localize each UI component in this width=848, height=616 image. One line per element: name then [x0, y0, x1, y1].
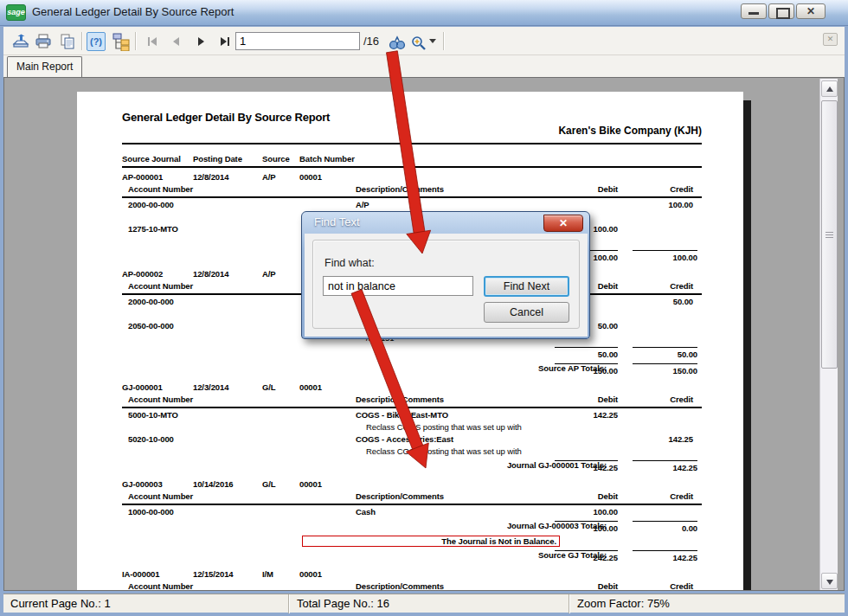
export-icon [12, 33, 29, 50]
credit-amount: 50.00 [622, 297, 693, 306]
window-title: General Ledger Detail By Source Report [32, 5, 234, 18]
zoom-icon [410, 35, 427, 51]
report-title: General Ledger Detail By Source Report [122, 111, 743, 124]
group-tree-button[interactable] [111, 31, 132, 52]
report-line-total: Source AP Totals:150.00150.00 [77, 363, 743, 378]
next-page-button[interactable] [190, 31, 211, 52]
total-debit: 50.00 [555, 347, 618, 359]
dialog-close-button[interactable]: ✕ [543, 215, 583, 232]
next-page-icon [196, 36, 206, 47]
debit-amount: 100.00 [544, 507, 618, 517]
minimize-button[interactable] [741, 3, 767, 19]
find-what-input[interactable] [323, 276, 473, 296]
source-journal: IA-000001 [122, 569, 159, 579]
source-journal: GJ-000001 [122, 382, 163, 392]
credit-header: Credit [622, 184, 693, 194]
maximize-button[interactable] [768, 3, 794, 19]
credit-amount: 100.00 [622, 200, 693, 209]
prev-page-button[interactable] [166, 31, 187, 52]
account-number: 2050-00-000 [128, 321, 174, 330]
account-number-header: Account Number [128, 491, 193, 501]
debit-header: Debit [544, 184, 618, 194]
first-page-button[interactable] [142, 31, 163, 52]
dialog-title: Find Text [314, 215, 360, 228]
report-line-section: GJ-00000112/3/2014G/L00001 [77, 382, 743, 395]
report-line-total: Journal GJ-000001 Totals:142.25142.25 [77, 460, 743, 475]
batch-number: 00001 [299, 479, 322, 489]
report-page: General Ledger Detail By Source Report K… [77, 92, 743, 591]
account-number-header: Account Number [128, 395, 193, 404]
report-line-total: 50.0050.00 [77, 347, 743, 362]
status-bar: Current Page No.: 1 Total Page No.: 16 Z… [3, 594, 845, 613]
credit-header: Credit [622, 491, 693, 501]
page-number-input[interactable] [235, 32, 360, 50]
total-credit: 0.00 [633, 521, 697, 533]
scrollbar-thumb[interactable] [821, 100, 838, 369]
account-number-header: Account Number [128, 184, 193, 194]
report-line-entry: 5020-10-000COGS - Accessories:East142.25 [77, 434, 743, 446]
debit-header: Debit [544, 581, 618, 591]
description: COGS - Accessories:East [356, 434, 453, 444]
source-journal: GJ-000003 [122, 479, 163, 489]
status-total-page: Total Page No.: 16 [290, 594, 569, 613]
find-next-button[interactable]: Find Next [484, 276, 569, 297]
status-current-page: Current Page No.: 1 [3, 594, 289, 613]
page-total-label: /16 [363, 35, 379, 48]
batch-number: 00001 [299, 382, 322, 392]
report-line-alert: The Journal is Not in Balance. [77, 536, 743, 549]
last-page-button[interactable] [215, 31, 235, 52]
account-number: 2000-00-000 [128, 297, 174, 306]
posting-date: 12/3/2014 [193, 382, 228, 392]
debit-header: Debit [544, 395, 618, 404]
group-tree-icon [112, 32, 131, 51]
account-number-header: Account Number [128, 281, 193, 291]
status-zoom-factor: Zoom Factor: 75% [570, 594, 845, 613]
debit-header: Debit [544, 491, 618, 501]
find-text-dialog: Find Text ✕ Find what: Find Next Cancel [301, 211, 590, 339]
credit-header: Credit [622, 281, 693, 291]
source-journal: AP-000001 [122, 172, 163, 182]
scroll-down-button[interactable] [821, 573, 838, 589]
total-credit: 100.00 [633, 250, 697, 262]
close-preview-button[interactable]: ✕ [823, 33, 838, 46]
report-line-entry: 1000-00-000Cash100.00 [77, 507, 743, 519]
find-text-button[interactable] [387, 33, 408, 54]
report-line-comment: Reclass COGS posting that was set up wit… [77, 422, 743, 434]
section-rule [122, 504, 702, 505]
print-button[interactable] [33, 31, 54, 52]
description: COGS - Bikes:East-MTO [356, 410, 448, 420]
report-line-subheader: Account NumberDescription/CommentsDebitC… [77, 395, 743, 407]
toggle-parameter-panel-button[interactable]: (?) [87, 32, 106, 51]
credit-header: Credit [622, 395, 693, 404]
scroll-up-button[interactable] [821, 80, 838, 97]
vertical-scrollbar[interactable] [819, 79, 838, 591]
zoom-button[interactable] [408, 33, 429, 54]
batch-number: 00001 [299, 172, 322, 182]
zoom-dropdown-caret-icon[interactable] [429, 39, 436, 43]
tab-main-report[interactable]: Main Report [7, 56, 82, 77]
prev-page-icon [171, 36, 182, 47]
total-debit: 142.25 [555, 460, 618, 472]
titlebar: sage General Ledger Detail By Source Rep… [0, 0, 848, 26]
source-journal: AP-000002 [122, 269, 163, 279]
total-credit: 150.00 [633, 363, 697, 375]
total-credit: 142.25 [633, 460, 697, 472]
total-credit: 50.00 [633, 347, 697, 359]
copy-button[interactable] [57, 31, 78, 52]
report-line-entry: 5000-10-MTOCOGS - Bikes:East-MTO142.25 [77, 410, 743, 422]
account-number-header: Account Number [128, 581, 193, 591]
cancel-button[interactable]: Cancel [484, 302, 569, 323]
comment: Reclass COGS posting that was set up wit… [366, 446, 522, 456]
report-line-total: Source GJ Totals:242.25142.25 [77, 550, 743, 565]
total-credit: 142.25 [633, 550, 697, 562]
report-line-subheader: Account NumberDescription/CommentsDebitC… [77, 581, 743, 591]
close-button[interactable] [796, 3, 826, 19]
account-number: 1275-10-MTO [128, 224, 178, 234]
posting-date: 10/14/2016 [193, 479, 234, 489]
find-what-label: Find what: [324, 257, 375, 269]
report-line-entry: 2000-00-000A/P100.00 [77, 200, 743, 212]
export-button[interactable] [10, 31, 31, 52]
last-page-icon [219, 36, 231, 47]
report-line-section: IA-00000112/15/2014I/M00001 [77, 569, 743, 581]
sage-logo-icon: sage [6, 4, 26, 21]
